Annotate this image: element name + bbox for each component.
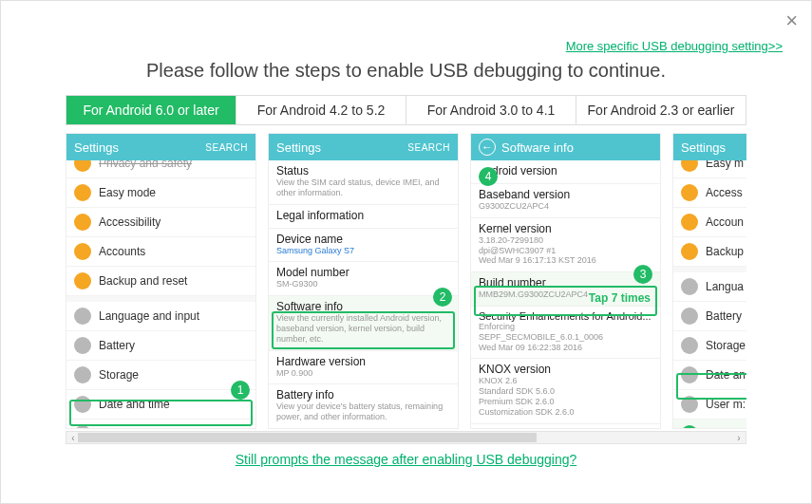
battery-icon bbox=[74, 337, 91, 354]
developer-icon bbox=[681, 425, 698, 429]
highlight-about-device bbox=[69, 400, 253, 426]
block-heading: Status bbox=[276, 164, 450, 177]
list-label: User manual bbox=[99, 427, 163, 429]
list-item[interactable]: Battery bbox=[673, 302, 746, 331]
list-label: Langua bbox=[706, 280, 744, 293]
list-label: Backup and reset bbox=[99, 274, 187, 288]
knox-block[interactable]: KNOX versionKNOX 2.6Standard SDK 5.6.0Pr… bbox=[471, 359, 660, 423]
generic-icon bbox=[681, 278, 698, 295]
list-label: Storage bbox=[706, 339, 746, 352]
scroll-right-arrow[interactable]: › bbox=[732, 432, 746, 443]
block-sub: View your device's battery status, remai… bbox=[276, 401, 450, 422]
panel-title: Settings bbox=[681, 140, 726, 155]
list-item[interactable]: Storage bbox=[673, 331, 746, 361]
block-heading: Legal information bbox=[276, 209, 450, 222]
block-heading: Hardware version bbox=[276, 355, 450, 368]
list-label: Accessibility bbox=[99, 215, 161, 229]
accessibility-icon bbox=[74, 214, 91, 231]
list-item-developer[interactable]: Develop bbox=[673, 420, 746, 429]
block-heading: Baseband version bbox=[479, 188, 652, 201]
block-heading: Battery info bbox=[276, 388, 450, 401]
list-item[interactable]: Backup bbox=[673, 237, 746, 267]
list-label: Accoun bbox=[706, 215, 744, 229]
storage-icon bbox=[74, 366, 91, 383]
still-prompts-link[interactable]: Still prompts the message after enabling… bbox=[1, 452, 811, 467]
status-block[interactable]: StatusView the SIM card status, device I… bbox=[269, 160, 458, 205]
highlight-software-info bbox=[272, 311, 455, 349]
more-usb-link[interactable]: More specific USB debugging setting>> bbox=[566, 39, 783, 53]
easymode-icon bbox=[74, 184, 91, 201]
model-block[interactable]: Model numberSM-G9300 bbox=[269, 262, 458, 296]
panel-header: Settings bbox=[673, 134, 746, 160]
list-item[interactable]: Accoun bbox=[673, 208, 746, 237]
block-heading: Kernel version bbox=[479, 222, 652, 235]
generic-icon bbox=[681, 214, 698, 231]
list-item[interactable]: Accessibility bbox=[66, 208, 255, 237]
block-sub: MP 0.900 bbox=[276, 368, 450, 379]
list-label: Easy mode bbox=[99, 186, 156, 199]
horizontal-scrollbar[interactable]: ‹ › bbox=[66, 431, 746, 444]
accounts-icon bbox=[74, 243, 91, 260]
close-icon[interactable]: × bbox=[785, 9, 798, 33]
list-label: Access bbox=[706, 186, 743, 199]
panel-header: Settings SEARCH bbox=[66, 134, 255, 160]
panel-title: Settings bbox=[276, 140, 321, 155]
highlight-developer bbox=[676, 373, 746, 400]
block-sub: KNOX 2.6 bbox=[479, 376, 652, 386]
list-label: User m: bbox=[706, 398, 746, 411]
panel-title: Software info bbox=[501, 140, 574, 155]
block-sub: SM-G9300 bbox=[276, 279, 450, 289]
android-version-tabs: For Android 6.0 or later For Android 4.2… bbox=[66, 95, 746, 125]
generic-icon bbox=[681, 337, 698, 354]
instruction-panels: Settings SEARCH Privacy and safety Easy … bbox=[66, 133, 746, 429]
block-sub: Wed Mar 9 16:17:13 KST 2016 bbox=[479, 255, 652, 266]
panel-title: Settings bbox=[74, 140, 119, 155]
list-label: Develop bbox=[706, 427, 746, 429]
generic-icon bbox=[681, 184, 698, 201]
backup-icon bbox=[74, 272, 91, 289]
list-item[interactable]: Backup and reset bbox=[66, 267, 255, 296]
block-sub: 3.18.20-7299180 bbox=[479, 235, 652, 246]
tab-android-23[interactable]: For Android 2.3 or earlier bbox=[576, 96, 746, 124]
search-label[interactable]: SEARCH bbox=[407, 142, 450, 153]
android-version-block[interactable]: droid version bbox=[471, 160, 660, 184]
block-sub: Customization SDK 2.6.0 bbox=[479, 407, 652, 418]
hardware-block[interactable]: Hardware versionMP 0.900 bbox=[269, 351, 458, 385]
back-icon[interactable]: ← bbox=[479, 139, 496, 156]
list-item[interactable]: Language and input bbox=[66, 302, 255, 331]
list-item[interactable]: Easy mode bbox=[66, 178, 255, 208]
device-block[interactable]: Device nameSamsung Galaxy S7 bbox=[269, 229, 458, 263]
tab-android-30-41[interactable]: For Android 3.0 to 4.1 bbox=[406, 96, 576, 124]
panel-settings-2: Settings SEARCH StatusView the SIM card … bbox=[268, 133, 459, 429]
block-heading: KNOX version bbox=[479, 363, 652, 376]
tab-android-42-52[interactable]: For Android 4.2 to 5.2 bbox=[236, 96, 406, 124]
list-item[interactable]: Access bbox=[673, 178, 746, 208]
list-item[interactable]: Langua bbox=[673, 272, 746, 302]
block-sub: View the SIM card status, device IMEI, a… bbox=[276, 177, 450, 198]
scroll-thumb[interactable] bbox=[78, 433, 537, 442]
search-label[interactable]: SEARCH bbox=[205, 142, 248, 153]
list-label: Backup bbox=[706, 245, 744, 258]
panel-settings-4: Settings Easy m Access Accoun Backup Lan… bbox=[672, 133, 746, 429]
tab-android-6[interactable]: For Android 6.0 or later bbox=[66, 96, 236, 124]
block-sub: Samsung Galaxy S7 bbox=[276, 246, 450, 256]
generic-icon bbox=[681, 308, 698, 325]
block-sub: Premium SDK 2.6.0 bbox=[479, 397, 652, 407]
panel-header: ← Software info bbox=[471, 134, 660, 160]
panel-software-info: ← Software info droid version Baseband v… bbox=[470, 133, 661, 429]
legal-block[interactable]: Legal information bbox=[269, 205, 458, 229]
kernel-block[interactable]: Kernel version3.18.20-7299180dpi@SWHC390… bbox=[471, 218, 660, 272]
baseband-block[interactable]: Baseband versionG9300ZCU2APC4 bbox=[471, 184, 660, 218]
block-sub: SEPF_SECMOBILE_6.0.1_0006 bbox=[479, 332, 652, 343]
block-heading: Model number bbox=[276, 266, 450, 279]
block-heading: Device name bbox=[276, 233, 450, 246]
block-heading: droid version bbox=[479, 164, 652, 177]
list-item[interactable]: Accounts bbox=[66, 237, 255, 267]
list-label: Storage bbox=[99, 368, 139, 382]
block-sub: Wed Mar 09 16:22:38 2016 bbox=[479, 343, 652, 353]
list-item[interactable]: Storage bbox=[66, 361, 255, 390]
battery-info-block[interactable]: Battery infoView your device's battery s… bbox=[269, 384, 458, 429]
step-badge-4: 4 bbox=[479, 167, 498, 186]
list-item[interactable]: Battery bbox=[66, 331, 255, 361]
block-sub: Standard SDK 5.6.0 bbox=[479, 386, 652, 397]
